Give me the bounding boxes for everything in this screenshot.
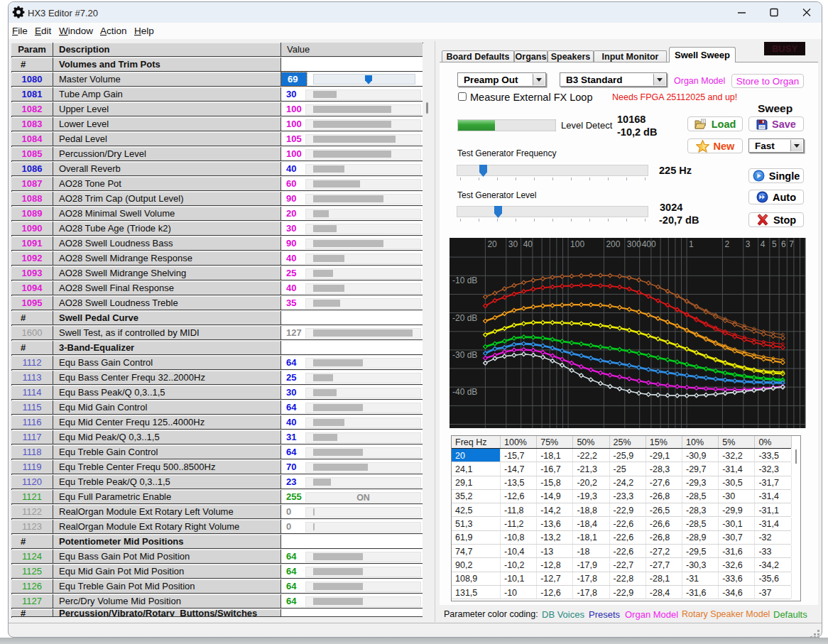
svg-text:2: 2: [724, 239, 729, 249]
svg-text:400: 400: [642, 239, 656, 249]
svg-text:3: 3: [746, 239, 751, 249]
svg-text:6: 6: [781, 239, 786, 249]
svg-text:-40 dB: -40 dB: [452, 387, 477, 397]
svg-text:20: 20: [487, 239, 497, 249]
svg-text:1: 1: [689, 239, 694, 249]
svg-text:-30 dB: -30 dB: [452, 350, 477, 360]
svg-text:7: 7: [789, 239, 794, 249]
svg-text:-10 dB: -10 dB: [452, 275, 477, 285]
svg-text:5: 5: [772, 239, 777, 249]
svg-text:30: 30: [508, 239, 518, 249]
svg-text:40: 40: [523, 239, 533, 249]
svg-text:300: 300: [627, 239, 641, 249]
svg-text:4: 4: [761, 239, 766, 249]
svg-text:200: 200: [606, 239, 620, 249]
svg-text:-20 dB: -20 dB: [452, 313, 477, 323]
svg-text:100: 100: [570, 239, 584, 249]
